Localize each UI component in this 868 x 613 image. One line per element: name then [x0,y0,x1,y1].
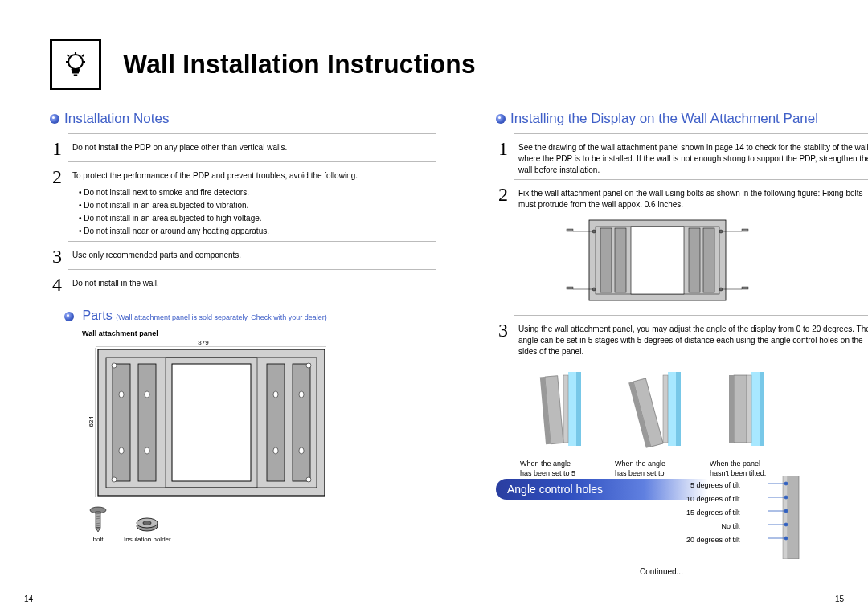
svg-point-15 [299,391,304,398]
svg-rect-60 [663,375,668,443]
bullet-dot-icon [496,114,506,124]
svg-rect-67 [729,375,734,443]
svg-point-48 [719,288,723,291]
bullet-dot-icon [64,312,74,321]
svg-rect-37 [600,228,612,292]
page-title: Wall Installation Instructions [123,49,476,80]
divider [514,133,868,134]
svg-point-44 [592,288,596,291]
step-3: 3 Using the wall attachment panel, you m… [496,321,868,358]
note-2-bullets: • Do not install next to smoke and fire … [72,186,436,238]
page-number-left: 14 [24,595,33,603]
svg-rect-8 [293,364,310,481]
svg-point-11 [145,391,149,398]
svg-point-12 [145,447,149,454]
note-1: 1 Do not install the PDP on any place ot… [50,139,436,158]
right-column: Installing the Display on the Wall Attac… [496,111,868,488]
section-head-parts: Parts (Wall attachment panel is sold sep… [64,309,436,323]
tilt-5deg: When the anglehas been set to 5degrees. [520,366,597,488]
note-2: 2 To protect the performance of the PDP … [50,167,436,238]
insulation-holder-icon [135,513,159,533]
angle-control-label: Angle control holes [496,479,708,500]
left-column: Installation Notes 1 Do not install the … [50,111,436,543]
svg-rect-54 [576,372,581,446]
svg-rect-36 [631,227,684,294]
svg-rect-59 [676,372,681,446]
svg-point-18 [306,363,311,368]
svg-point-42 [592,230,596,233]
side-bracket-diagram [768,476,800,562]
page-title-row: Wall Installation Instructions [50,39,483,90]
svg-point-14 [273,447,278,454]
section-head-installing: Installing the Display on the Wall Attac… [496,111,868,127]
tilt-15deg: When the anglehas been set to15 degrees. [615,366,692,488]
svg-point-77 [784,523,788,526]
step-1: 1 See the drawing of the wall attachment… [496,139,868,176]
svg-point-17 [112,363,117,368]
section-title: Installation Notes [64,111,169,127]
bullet-dot-icon [50,114,59,124]
bolt-figure: bolt [87,505,109,543]
svg-rect-50 [567,287,573,289]
svg-point-10 [119,447,124,454]
svg-rect-51 [742,229,748,231]
page-number-right: 15 [835,595,844,603]
divider [514,179,868,180]
tilt-diagrams: When the anglehas been set to 5degrees. … [520,366,868,488]
svg-rect-68 [788,476,799,559]
svg-rect-69 [783,476,788,559]
svg-rect-64 [760,372,764,446]
wall-panel-svg [95,346,328,499]
svg-rect-5 [113,364,130,481]
section-head-installation-notes: Installation Notes [50,111,436,127]
svg-point-71 [784,482,788,485]
angle-legend: 5 degrees of tilt 10 degrees of tilt 15 … [686,479,740,547]
continued-label: Continued... [640,567,683,576]
svg-point-0 [68,55,83,69]
bolt-icon [87,505,109,533]
svg-rect-49 [567,229,573,231]
svg-rect-38 [615,228,626,292]
step-2: 2 Fix the wall attachment panel on the w… [496,185,868,210]
divider [68,161,436,162]
panel-diagram-label: Wall attachment panel [82,329,436,337]
divider [68,241,436,242]
svg-rect-39 [689,228,700,292]
svg-point-20 [306,477,311,482]
svg-point-16 [299,447,304,454]
svg-rect-3 [172,364,251,481]
svg-rect-52 [742,287,748,289]
svg-point-9 [119,391,124,398]
svg-rect-58 [668,372,676,446]
note-4: 4 Do not install in the wall. [50,275,436,294]
svg-rect-7 [267,364,285,481]
divider [68,269,436,270]
svg-point-79 [784,537,788,540]
svg-point-33 [143,521,151,525]
svg-rect-65 [747,375,751,443]
svg-point-13 [273,391,278,398]
svg-rect-6 [138,364,156,481]
svg-rect-53 [568,372,576,446]
svg-point-19 [112,477,117,482]
divider [514,315,868,316]
insulation-holder-figure: Insulation holder [124,513,171,543]
panel-diagram: 879 624 [87,339,436,543]
note-3: 3 Use only recommended parts and compone… [50,247,436,266]
divider [68,133,436,134]
svg-point-46 [719,230,723,233]
tilt-0deg: When the panelhasn't been tilted. [710,366,787,488]
hardware-row: bolt Insulation holder [87,505,436,543]
svg-point-75 [784,509,788,513]
section-title: Installing the Display on the Wall Attac… [510,111,818,127]
svg-rect-55 [563,375,568,443]
lightbulb-icon [50,39,101,90]
mount-diagram [565,215,868,309]
svg-rect-40 [703,228,714,292]
svg-rect-63 [751,372,760,446]
svg-point-73 [784,496,788,499]
svg-rect-66 [734,375,747,443]
